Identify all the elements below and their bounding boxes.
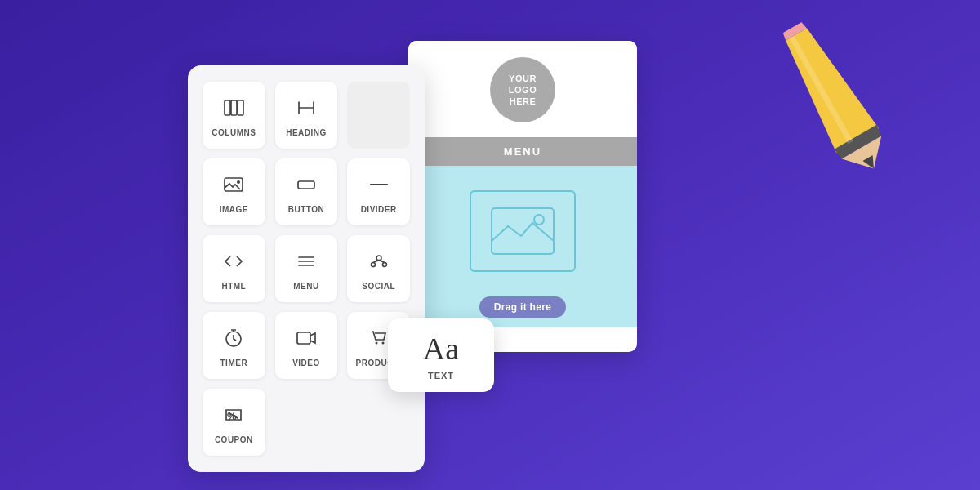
svg-rect-2 [238, 100, 243, 115]
svg-point-11 [371, 263, 375, 267]
coupon-label: COUPON [215, 435, 253, 444]
widget-divider[interactable]: DIVIDER [347, 158, 410, 225]
social-icon [368, 250, 390, 276]
text-block[interactable]: Aa TEXT [388, 318, 494, 392]
email-header: YOURLOGOHERE [408, 41, 637, 131]
timer-label: TIMER [220, 359, 248, 368]
columns-icon [222, 96, 245, 122]
svg-point-15 [375, 342, 377, 345]
html-icon [222, 250, 245, 276]
social-label: SOCIAL [362, 282, 395, 291]
heading-icon [295, 96, 318, 122]
widget-html[interactable]: HTML [203, 235, 265, 302]
widget-menu[interactable]: MENU [275, 235, 338, 302]
divider-label: DIVIDER [361, 205, 397, 214]
timer-icon [222, 327, 245, 353]
menu-icon [295, 250, 318, 276]
svg-rect-20 [492, 208, 554, 254]
svg-rect-0 [225, 100, 230, 115]
email-image-section [408, 166, 637, 296]
widget-image[interactable]: IMAGE [203, 158, 265, 225]
widget-empty-1 [347, 82, 410, 149]
email-menu-bar: MENU [408, 137, 637, 166]
text-block-label: TEXT [428, 371, 454, 381]
button-icon [295, 173, 318, 199]
widget-video[interactable]: VIDEO [275, 312, 338, 379]
text-block-symbol: Aa [423, 333, 459, 364]
email-preview: YOURLOGOHERE MENU Drag it here [408, 41, 637, 352]
svg-rect-1 [231, 100, 237, 115]
svg-point-16 [381, 342, 384, 345]
widget-timer[interactable]: TIMER [203, 312, 265, 379]
video-label: VIDEO [292, 359, 320, 368]
products-icon [368, 327, 390, 353]
svg-rect-5 [298, 181, 314, 189]
svg-point-21 [534, 215, 544, 225]
svg-point-4 [237, 180, 240, 184]
divider-icon [368, 173, 390, 199]
button-label: BUTTON [288, 205, 324, 214]
svg-text:%: % [227, 410, 237, 422]
drag-here-label: Drag it here [494, 301, 551, 313]
widget-heading[interactable]: HEADING [275, 82, 338, 149]
html-label: HTML [221, 282, 246, 291]
image-icon [222, 173, 245, 199]
image-label: IMAGE [220, 205, 248, 214]
widget-panel: COLUMNS HEADING IMAGE BUTTON DIVIDER HTM… [188, 65, 425, 472]
svg-rect-14 [297, 332, 310, 344]
widget-columns[interactable]: COLUMNS [203, 82, 265, 149]
widget-button[interactable]: BUTTON [275, 158, 338, 225]
widget-coupon[interactable]: % COUPON [203, 389, 265, 456]
coupon-icon: % [222, 403, 245, 430]
svg-point-12 [382, 263, 386, 267]
widget-social[interactable]: SOCIAL [347, 235, 410, 302]
image-wireframe [470, 190, 576, 272]
menu-label: MENU [293, 282, 318, 291]
menu-bar-label: MENU [504, 145, 541, 158]
video-icon [295, 327, 318, 353]
logo-placeholder: YOURLOGOHERE [490, 57, 555, 122]
columns-label: COLUMNS [212, 128, 256, 137]
heading-label: HEADING [286, 128, 327, 137]
drag-here-button[interactable]: Drag it here [479, 296, 566, 318]
image-wireframe-svg [490, 207, 555, 256]
